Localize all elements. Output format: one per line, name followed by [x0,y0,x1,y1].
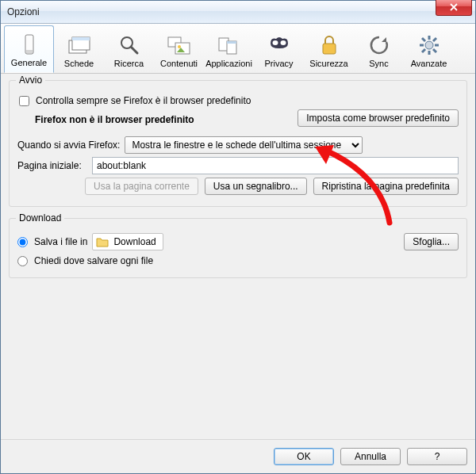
set-default-browser-button[interactable]: Imposta come browser predefinito [298,109,459,127]
svg-point-9 [178,45,181,48]
use-current-page-button: Usa la pagina corrente [85,178,198,195]
tab-security[interactable]: Sicurezza [304,25,354,73]
browse-folder-button[interactable]: Sfoglia... [404,233,459,250]
startup-behavior-select[interactable]: Mostra le finestre e le schede dell'ulti… [125,136,363,154]
tab-content[interactable]: Contenuti [154,25,204,73]
save-files-to-radio[interactable] [17,237,28,247]
default-browser-status: Firefox non è il browser predefinito [35,114,194,125]
options-window: Opzioni Generale Schede Ricerca [0,0,476,474]
homepage-input[interactable] [92,157,459,174]
ok-button[interactable]: OK [274,448,334,465]
search-icon [117,33,142,57]
tab-privacy[interactable]: Privacy [254,25,304,73]
lock-icon [317,33,342,57]
tab-label: Contenuti [160,59,198,68]
tab-applications[interactable]: Applicazioni [204,25,254,73]
check-default-browser-label[interactable]: Controlla sempre se Firefox è il browser… [36,95,251,106]
download-group: Download Salva i file in Download Sfogli… [9,218,467,278]
when-start-label: Quando si avvia Firefox: [17,140,120,151]
gear-icon [416,33,442,57]
tab-advanced[interactable]: Avanzate [404,25,454,73]
close-icon [450,3,458,11]
titlebar[interactable]: Opzioni [1,1,475,24]
svg-rect-4 [72,37,90,40]
help-button[interactable]: ? [407,448,467,465]
startup-group: Avvio Controlla sempre se Firefox è il b… [9,80,467,207]
download-folder-name: Download [113,236,155,247]
startup-group-label: Avvio [16,75,45,86]
tab-tabs[interactable]: Schede [54,25,104,73]
tab-label: Schede [64,59,94,68]
window-title: Opzioni [7,6,40,17]
tab-label: Applicazioni [205,59,252,68]
folder-icon [96,236,109,247]
svg-rect-12 [227,41,236,44]
svg-line-6 [131,47,137,53]
category-toolbar: Generale Schede Ricerca Contenuti Applic… [1,24,475,74]
download-group-label: Download [16,212,64,224]
tab-label: Sync [369,59,388,68]
always-ask-label[interactable]: Chiedi dove salvare ogni file [34,255,153,266]
tab-label: Ricerca [114,59,144,68]
tab-label: Privacy [264,59,293,68]
tab-label: Sicurezza [309,59,347,68]
homepage-label: Pagina iniziale: [17,160,87,171]
save-files-to-label[interactable]: Salva i file in [34,236,87,247]
applications-icon [217,33,242,57]
cancel-button[interactable]: Annulla [340,448,401,465]
tab-label: Generale [11,58,47,67]
svg-point-13 [272,40,278,45]
tab-label: Avanzate [411,59,447,68]
svg-rect-1 [26,50,33,53]
window-close-button[interactable] [436,0,472,16]
svg-line-22 [433,49,436,52]
svg-line-24 [422,49,425,52]
privacy-icon [267,33,292,57]
dialog-footer: OK Annulla ? [1,439,475,473]
restore-default-page-button[interactable]: Ripristina la pagina predefinita [313,178,459,195]
tabs-icon [67,33,92,57]
sync-icon [367,33,392,57]
content-icon [167,33,192,57]
always-ask-radio[interactable] [17,256,28,266]
tab-search[interactable]: Ricerca [104,25,154,73]
svg-rect-15 [323,44,336,54]
tab-general[interactable]: Generale [4,25,54,73]
check-default-browser-checkbox[interactable] [19,96,29,106]
general-icon [17,32,42,56]
svg-point-14 [280,40,286,45]
svg-line-21 [422,38,425,41]
content-pane: Avvio Controlla sempre se Firefox è il b… [1,74,475,297]
use-bookmark-button[interactable]: Usa un segnalibro... [205,178,307,195]
svg-line-23 [433,38,436,41]
svg-point-16 [425,41,433,49]
tab-sync[interactable]: Sync [354,25,404,73]
download-folder-chip[interactable]: Download [92,233,163,250]
